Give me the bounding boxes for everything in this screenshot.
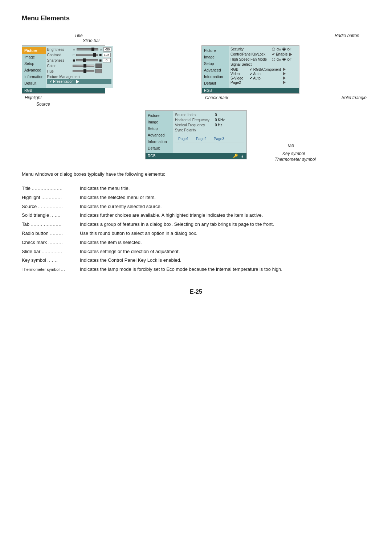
source-bar-right: RGB: [202, 88, 299, 93]
desc-row-solid-triangle: Solid triangle ....... Indicates further…: [22, 211, 370, 220]
desc-intro: Menu windows or dialog boxes typically h…: [22, 170, 370, 178]
b-sidebar-information[interactable]: Information: [146, 138, 173, 145]
source-annotation: Source: [36, 102, 50, 107]
vert-freq-row: Vertical Frequency 0 Hz: [175, 123, 244, 127]
sidebar-item-advanced[interactable]: Advanced: [22, 67, 46, 73]
fan-mode-row: High Speed Fan Mode On Off: [230, 57, 298, 61]
title-annotation: Title: [74, 33, 83, 38]
rgb-triangle: [283, 68, 286, 71]
descriptions-section: Menu windows or dialog boxes typically h…: [22, 170, 370, 274]
menu-sidebar-bottom: Picture Image Setup Advanced Information…: [146, 111, 173, 153]
key-symbol-annotation: Key symbol: [282, 151, 305, 156]
svideo-triangle: [283, 76, 286, 80]
tab-page1[interactable]: Page1: [175, 136, 192, 142]
video-triangle: [283, 72, 286, 76]
r-sidebar-information[interactable]: Information: [202, 73, 229, 80]
security-off-radio[interactable]: [282, 48, 286, 51]
control-panel-triangle: [289, 53, 292, 56]
sidebar-item-information[interactable]: Information: [22, 73, 46, 80]
key-symbol-icon: 🔑: [233, 154, 238, 158]
menu-right-main: Security On Off ControlPanelKeyLock ✔ En…: [229, 46, 299, 88]
menu-panel-left: Picture Image Setup Advanced Information…: [22, 45, 105, 94]
desc-row-tab: Tab ..................... Indicates a gr…: [22, 220, 370, 229]
desc-row-source: Source ................. Indicates the c…: [22, 202, 370, 211]
tab-bar: Page1 Page2 Page3: [175, 136, 244, 143]
highlight-annotation: Highlight: [22, 95, 42, 100]
control-panel-row: ControlPanelKeyLock ✔ Enable: [230, 52, 298, 56]
brightness-row: Brightness ☼ ☼ -50: [47, 47, 112, 52]
b-sidebar-picture[interactable]: Picture: [146, 112, 173, 119]
left-diagram-section: Title Slide bar Picture Image Setup Adva…: [22, 33, 191, 107]
radio-button-annotation: Radio button: [335, 33, 359, 38]
desc-row-radio-button: Radio button ......... Use this round bu…: [22, 229, 370, 238]
thermometer-symbol-annotation: Thermometer symbol: [275, 157, 316, 162]
desc-row-title: Title ..................... Indicates th…: [22, 184, 370, 193]
check-mark-annotation: Check mark: [205, 95, 228, 100]
thermometer-symbol-icon: 🌡: [240, 154, 244, 158]
sidebar-item-picture[interactable]: Picture: [22, 47, 46, 54]
horiz-freq-row: Horizontal Frequency 0 KHz: [175, 118, 244, 122]
diagrams-bottom: Picture Image Setup Advanced Information…: [22, 110, 370, 159]
desc-table: Title ..................... Indicates th…: [22, 184, 370, 274]
security-on-radio[interactable]: [272, 48, 275, 51]
menu-panel-right: Picture Image Setup Advanced Information…: [201, 45, 299, 94]
contrast-row: Contrast ◻ ◼ 128: [47, 53, 112, 57]
page2-triangle: [283, 81, 286, 84]
sync-polarity-row: Sync Polarity: [175, 128, 244, 132]
bottom-diagram-wrapper: Picture Image Setup Advanced Information…: [145, 110, 247, 159]
sidebar-item-image[interactable]: Image: [22, 54, 46, 60]
menu-sidebar-left: Picture Image Setup Advanced Information…: [22, 46, 46, 88]
b-sidebar-image[interactable]: Image: [146, 119, 173, 125]
desc-row-slide-bar: Slide bar .............. Indicates setti…: [22, 247, 370, 256]
sharpness-row: Sharpness ◼ ◼ 0: [47, 58, 112, 62]
b-sidebar-advanced[interactable]: Advanced: [146, 132, 173, 138]
page-footer: E-25: [22, 289, 370, 295]
menu-bottom-bar-left: ✔ Presentation: [47, 79, 112, 84]
desc-row-highlight: Highlight .............. Indicates the s…: [22, 193, 370, 202]
menu-content-left: Brightness ☼ ☼ -50 Contrast ◻: [46, 46, 113, 88]
r-sidebar-advanced[interactable]: Advanced: [202, 67, 229, 73]
signal-grid: RGB ✔ RGB/Component Video ✔ Auto S-Video…: [230, 68, 298, 85]
footer-source-bottom: RGB: [148, 154, 156, 158]
tab-page2[interactable]: Page2: [193, 136, 210, 142]
sidebar-item-default[interactable]: Default: [22, 80, 46, 86]
r-sidebar-default[interactable]: Default: [202, 80, 229, 86]
right-diagram-section: Radio button Picture Image Setup Advance…: [201, 33, 370, 107]
r-sidebar-setup[interactable]: Setup: [202, 60, 229, 67]
source-index-row: Source Index 0: [175, 113, 244, 117]
fan-off-radio[interactable]: [282, 58, 286, 61]
desc-row-key-symbol: Key symbol ....... Indicates the Control…: [22, 256, 370, 265]
tab-page3[interactable]: Page3: [211, 136, 228, 142]
security-row: Security On Off: [230, 47, 298, 51]
solid-triangle-icon: [76, 80, 79, 83]
sidebar-item-setup[interactable]: Setup: [22, 60, 46, 67]
source-bar-left: RGB: [22, 88, 105, 93]
solid-triangle-annotation: Solid triangle: [342, 95, 367, 100]
menu-panel-bottom: Picture Image Setup Advanced Information…: [145, 110, 247, 159]
r-sidebar-picture[interactable]: Picture: [202, 47, 229, 54]
hue-row: Hue: [47, 69, 112, 73]
picture-management-label: Picture Management: [47, 75, 112, 79]
slidebar-annotation: Slide bar: [83, 38, 100, 43]
b-sidebar-default[interactable]: Default: [146, 145, 173, 151]
r-sidebar-image[interactable]: Image: [202, 54, 229, 60]
diagrams-top-row: Title Slide bar Picture Image Setup Adva…: [22, 33, 370, 107]
menu-bottom-footer: RGB 🔑 🌡: [146, 153, 246, 159]
desc-row-check-mark: Check mark .......... Indicates the item…: [22, 238, 370, 247]
tab-annotation: Tab: [287, 143, 294, 148]
desc-row-thermometer: Thermometer symbol ... Indicates the lam…: [22, 265, 370, 274]
page-title: Menu Elements: [22, 15, 370, 22]
signal-select-row: Signal Select: [230, 62, 298, 66]
fan-on-radio[interactable]: [272, 58, 275, 61]
color-row: Color: [47, 64, 112, 68]
menu-sidebar-right: Picture Image Setup Advanced Information…: [202, 46, 229, 88]
b-sidebar-setup[interactable]: Setup: [146, 125, 173, 132]
menu-bottom-main: Source Index 0 Horizontal Frequency 0 KH…: [173, 111, 246, 153]
